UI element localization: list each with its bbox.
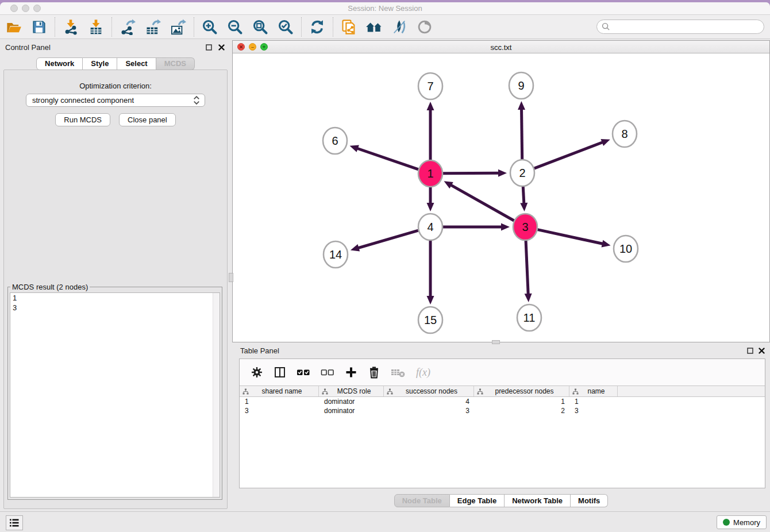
close-table-panel-button[interactable] [757,346,765,354]
column-header-predecessor-nodes[interactable]: predecessor nodes [474,386,569,396]
apply-function-button[interactable]: f(x) [416,367,430,379]
zoom-in-button[interactable] [201,18,219,36]
edge-3-1[interactable] [451,185,514,221]
tab-mcds[interactable]: MCDS [156,57,195,70]
paint-button[interactable] [390,18,409,36]
network-canvas[interactable]: 7968124314101511 [233,53,769,342]
task-history-button[interactable] [6,515,23,530]
tab-select[interactable]: Select [117,57,156,70]
float-panel-button[interactable] [205,43,213,51]
table-cell[interactable]: 1 [569,397,618,406]
create-column-button[interactable] [345,366,357,379]
import-table-button[interactable] [87,18,105,36]
node-table-container: f(x) shared nameMCDS rolesuccessor nodes… [239,358,765,488]
select-all-columns-button[interactable] [297,366,310,379]
node-label-8: 8 [621,128,627,140]
tab-network-table[interactable]: Network Table [505,494,571,507]
criterion-value: strongly connected component [26,96,192,105]
delete-table-icon [391,366,406,379]
edge-2-3[interactable] [523,186,524,204]
memory-button[interactable]: Memory [717,515,767,529]
column-label: predecessor nodes [483,387,569,395]
node-label-4: 4 [427,221,433,233]
table-row[interactable]: 1dominator411 [240,397,765,406]
delete-column-button[interactable] [368,366,380,379]
export-image-button[interactable] [169,18,187,36]
tab-node-table[interactable]: Node Table [394,494,450,507]
table-cell[interactable]: 3 [240,406,319,415]
run-mcds-button[interactable]: Run MCDS [55,113,110,126]
hierarchy-icon [477,388,483,395]
list-icon [9,518,20,527]
table-panel-header: Table Panel [232,344,770,357]
edge-2-8[interactable] [534,142,603,168]
mcds-buttons-row: Run MCDS Close panel [4,113,227,126]
edge-2-9[interactable] [522,109,522,160]
column-header-MCDS-role[interactable]: MCDS role [319,386,384,396]
save-session-button[interactable] [30,18,48,36]
tab-motifs[interactable]: Motifs [571,494,608,507]
select-stepper-icon [192,95,201,105]
clone-network-button[interactable] [340,18,358,36]
delete-table-button[interactable] [391,366,406,379]
vertical-split-handle[interactable] [229,273,233,282]
float-table-panel-button[interactable] [746,346,754,354]
tab-network[interactable]: Network [36,57,83,70]
float-icon [206,44,212,51]
table-cell[interactable]: dominator [319,406,384,415]
table-cell[interactable]: 3 [569,406,618,415]
arrowhead-3-10 [602,240,611,248]
network-view-window: ✕ – + scc.txt 7968124314101511 [232,40,770,342]
table-row[interactable]: 3dominator323 [240,406,765,415]
close-panel-button[interactable] [217,43,225,51]
refresh-button[interactable] [308,18,326,36]
import-network-icon [63,19,79,35]
edge-4-14[interactable] [357,230,418,248]
edge-3-11[interactable] [526,240,528,295]
tab-edge-table[interactable]: Edge Table [450,494,505,507]
table-cell[interactable]: dominator [319,397,384,406]
zoom-selected-button[interactable] [276,18,295,36]
node-label-1: 1 [427,167,433,180]
table-cell[interactable]: 4 [384,397,474,406]
result-scrollbar[interactable] [213,293,220,497]
column-header-shared-name[interactable]: shared name [240,386,319,396]
column-header-name[interactable]: name [569,386,618,396]
column-header-successor-nodes[interactable]: successor nodes [384,386,474,396]
import-network-button[interactable] [61,18,80,36]
open-session-button[interactable] [5,18,23,36]
edge-1-6[interactable] [357,148,418,169]
table-cell[interactable]: 1 [474,397,569,406]
unselect-all-columns-button[interactable] [321,366,334,379]
column-label: shared name [249,387,318,395]
import-table-icon [88,19,104,35]
network-graph[interactable]: 7968124314101511 [233,53,769,342]
toolbar-separator [333,17,333,37]
zoom-out-button[interactable] [226,18,244,36]
eye-button[interactable] [415,18,434,36]
show-column-panel-button[interactable] [274,366,286,379]
export-network-button[interactable] [118,18,137,36]
export-table-button[interactable] [144,18,162,36]
table-settings-button[interactable] [251,366,263,379]
tab-style[interactable]: Style [83,57,117,70]
table-panel-title: Table Panel [240,346,279,355]
mcds-result-text[interactable]: 13 [10,292,220,498]
zoom-fit-button[interactable] [251,18,270,36]
open-folder-icon [6,20,22,34]
home-button[interactable] [365,18,383,36]
close-panel-button-inline[interactable]: Close panel [119,113,176,126]
edge-1-2[interactable] [443,173,499,174]
export-network-icon [120,19,136,35]
toolbar-separator [111,17,112,37]
edge-3-10[interactable] [537,230,603,244]
table-cell[interactable]: 3 [384,406,474,415]
criterion-select[interactable]: strongly connected component [26,94,205,107]
zoom-in-icon [202,19,218,35]
search-input[interactable] [613,21,764,33]
table-cell[interactable]: 1 [240,397,319,406]
node-label-2: 2 [519,167,525,179]
zoom-fit-icon [252,19,268,35]
arrowhead-1-6 [350,145,359,152]
table-cell[interactable]: 2 [474,406,569,415]
